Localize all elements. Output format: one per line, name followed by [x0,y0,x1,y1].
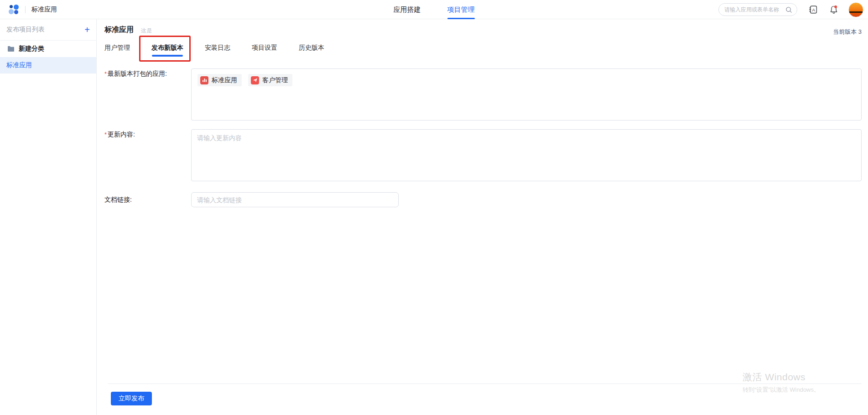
bar-chart-app-icon [200,76,208,84]
add-project-button[interactable]: + [84,25,90,34]
address-book-icon[interactable]: A [807,4,819,16]
page-title: 标准应用 [104,25,134,35]
required-marker: * [104,131,107,138]
tab-install-log[interactable]: 安装日志 [205,43,230,57]
footer-divider [108,383,862,384]
field-label-update-content: *更新内容: [104,131,135,139]
topbar-right: A [718,0,868,19]
main-content: 标准应用 这是 当前版本 3 用户管理 发布新版本 安装日志 项目设置 历史版本… [97,19,868,415]
tab-user-manage[interactable]: 用户管理 [104,43,130,57]
app-tag-standard-app[interactable]: 标准应用 [198,74,242,86]
field-label-doc-link: 文档链接: [104,196,132,204]
tab-project-settings[interactable]: 项目设置 [252,43,277,57]
topbar: 标准应用 应用搭建 项目管理 [0,0,868,19]
bell-icon[interactable] [828,4,840,16]
sidebar-item-standard-app[interactable]: 标准应用 [0,57,96,74]
svg-text:A: A [812,7,815,12]
paper-plane-app-icon [251,76,259,84]
field-label-packaged-apps: *最新版本打包的应用: [104,70,167,78]
app-tag-label: 标准应用 [212,76,237,84]
global-search[interactable] [718,3,797,16]
screen: 标准应用 应用搭建 项目管理 [0,0,868,415]
sidebar: 发布项目列表 + 新建分类 标准应用 [0,19,97,415]
folder-icon [7,46,15,52]
tab-bar: 用户管理 发布新版本 安装日志 项目设置 历史版本 [104,43,346,57]
app-tag-customer-manage[interactable]: 客户管理 [248,74,292,86]
packaged-apps-tagbox[interactable]: 标准应用 客户管理 [191,68,862,121]
app-tag-label: 客户管理 [262,76,288,84]
sidebar-category-new-folder[interactable]: 新建分类 [0,41,96,57]
page-subtitle: 这是 [141,27,152,35]
sidebar-header: 发布项目列表 + [0,19,96,41]
search-icon [785,6,792,13]
publish-now-button[interactable]: 立即发布 [111,392,152,405]
sidebar-header-label: 发布项目列表 [6,26,45,34]
user-avatar[interactable] [848,2,863,17]
current-version-badge: 当前版本 3 [833,28,862,36]
required-marker: * [104,70,107,77]
sidebar-category-label: 新建分类 [19,45,44,53]
nav-item-project-manage[interactable]: 项目管理 [447,0,475,19]
search-input[interactable] [724,6,785,13]
tab-publish-new-version[interactable]: 发布新版本 [151,43,183,57]
update-content-textarea[interactable] [191,129,862,181]
nav-item-app-build[interactable]: 应用搭建 [394,0,421,19]
doc-link-input[interactable] [191,192,399,207]
tab-history-version[interactable]: 历史版本 [299,43,324,57]
